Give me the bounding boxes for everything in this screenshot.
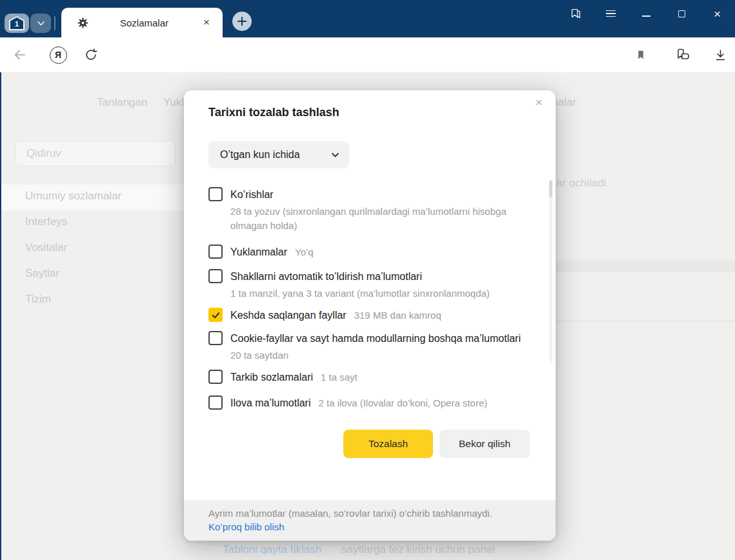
tab-counter-dropdown[interactable] xyxy=(30,14,51,33)
collections-icon xyxy=(675,47,690,63)
back-arrow-icon xyxy=(13,48,27,62)
clear-history-dialog: × Tarixni tozalab tashlash O’tgan kun ic… xyxy=(184,90,556,541)
menu-button[interactable] xyxy=(593,0,629,27)
item-subtext: 20 ta saytdan xyxy=(230,348,529,363)
maximize-icon xyxy=(678,10,685,17)
item-label: Ko’rishlar xyxy=(230,186,274,203)
checkbox[interactable] xyxy=(208,395,223,410)
bg-tabloni-link[interactable]: Tabloni qayta tiklash xyxy=(223,543,321,556)
bg-tabloni-desc: saytlarga tez kirish uchun panel xyxy=(341,543,495,556)
yandex-home-button[interactable]: Я xyxy=(48,37,68,72)
dialog-footer: Ayrim ma’lumotlar (masalan, so’rovlar ta… xyxy=(184,500,556,541)
item-label: Yuklanmalar xyxy=(230,244,287,261)
titlebar-separator xyxy=(54,16,55,30)
checkbox[interactable] xyxy=(208,331,223,345)
sidebar-item-umumiy-sozlamalar[interactable]: Umumiy sozlamalar xyxy=(25,190,121,203)
history-item-tarkib[interactable]: Tarkib sozlamalari 1 ta sayt xyxy=(208,369,530,386)
item-inline-detail: 2 ta ilova (Ilovalar do’koni, Opera stor… xyxy=(318,395,487,412)
dialog-actions: Tozalash Bekor qilish xyxy=(208,430,530,458)
footer-note: Ayrim ma’lumotlar (masalan, so’rovlar ta… xyxy=(208,506,531,520)
sidebar-item-tizim[interactable]: Tizim xyxy=(25,293,51,306)
tab-title: Sozlamalar xyxy=(89,17,199,28)
period-select[interactable]: O’tgan kun ichida xyxy=(208,141,349,168)
yandex-icon: Я xyxy=(50,46,67,64)
learn-more-link[interactable]: Ko’proq bilib olish xyxy=(208,520,285,534)
period-selected-value: O’tgan kun ichida xyxy=(220,149,332,161)
bg-tab-yuklanmalar-partial[interactable]: Yukl xyxy=(163,96,184,109)
gear-icon xyxy=(77,17,89,29)
hamburger-icon xyxy=(606,10,616,17)
reload-icon xyxy=(84,48,98,62)
close-window-button[interactable]: × xyxy=(700,0,735,27)
clear-button[interactable]: Tozalash xyxy=(343,430,433,458)
item-label: Keshda saqlangan fayllar xyxy=(230,307,347,324)
plus-icon xyxy=(237,17,247,26)
maximize-button[interactable] xyxy=(664,0,700,27)
item-inline-detail: 319 MB dan kamroq xyxy=(354,307,441,324)
minimize-icon xyxy=(642,15,650,17)
close-icon: × xyxy=(714,8,721,20)
sidebar-item-interfeys[interactable]: Interfeys xyxy=(25,215,67,228)
sidebar-item-vositalar[interactable]: Vositalar xyxy=(25,241,67,254)
dialog-scrollbar-thumb[interactable] xyxy=(549,181,552,197)
checkbox[interactable] xyxy=(208,370,223,384)
history-item-shakllar[interactable]: Shakllarni avtomatik to’ldirish ma’lumot… xyxy=(208,268,530,285)
item-label: Shakllarni avtomatik to’ldirish ma’lumot… xyxy=(230,268,422,285)
tab-close-icon[interactable]: × xyxy=(199,16,214,29)
toolbar: Я Y settings Sozlamalar xyxy=(0,37,735,72)
item-label: Tarkib sozlamalari xyxy=(230,369,313,386)
item-inline-detail: 1 ta sayt xyxy=(321,369,357,386)
tab-counter-badge[interactable]: 1 xyxy=(5,14,29,33)
window-controls: × xyxy=(558,0,735,27)
cancel-button[interactable]: Bekor qilish xyxy=(439,430,530,458)
collections-button[interactable] xyxy=(672,37,693,72)
dialog-scrollbar-track[interactable] xyxy=(549,179,552,363)
history-item-korishlar[interactable]: Ko’rishlar xyxy=(208,186,530,203)
bookmark-flag-icon xyxy=(635,48,647,61)
sidebar-item-saytlar[interactable]: Saytlar xyxy=(25,267,59,280)
checkbox[interactable] xyxy=(208,187,223,201)
minimize-button[interactable] xyxy=(629,0,664,27)
item-label: Ilova ma’lumotlari xyxy=(230,395,310,412)
item-subtext: 28 ta yozuv (sinxronlangan qurilmalardag… xyxy=(230,205,529,233)
sidebar-panel-button[interactable] xyxy=(558,0,593,27)
item-subtext: 1 ta manzil, yana 3 ta variant (ma’lumot… xyxy=(230,286,529,301)
dialog-close-icon[interactable]: × xyxy=(531,95,547,110)
titlebar: 1 Sozlamalar × xyxy=(0,0,735,37)
search-placeholder: Qidiruv xyxy=(26,147,61,160)
tab-sozlamalar[interactable]: Sozlamalar × xyxy=(61,8,223,37)
settings-search-input[interactable]: Qidiruv xyxy=(15,141,176,166)
bookmark-button[interactable] xyxy=(632,37,649,72)
checkbox[interactable] xyxy=(208,308,223,322)
checkbox[interactable] xyxy=(208,245,223,259)
item-inline-detail: Yo’q xyxy=(295,244,314,261)
chevron-down-icon xyxy=(37,21,45,26)
back-button[interactable] xyxy=(10,37,30,72)
bg-tab-tanlangan[interactable]: Tanlangan xyxy=(97,96,147,109)
new-tab-button[interactable] xyxy=(232,12,252,31)
dialog-title: Tarixni tozalab tashlash xyxy=(208,106,530,119)
history-item-cookie[interactable]: Cookie-fayllar va sayt hamda modullarnin… xyxy=(208,330,530,347)
bookmarks-panel-icon xyxy=(569,6,583,21)
item-label: Cookie-fayllar va sayt hamda modullarnin… xyxy=(230,330,521,347)
chevron-down-icon xyxy=(332,153,339,157)
tab-counter-pentagon-icon: 1 xyxy=(9,16,25,30)
tab-counter-control[interactable]: 1 xyxy=(5,14,51,33)
history-item-ilova[interactable]: Ilova ma’lumotlari 2 ta ilova (Ilovalar … xyxy=(208,395,530,412)
tab-count: 1 xyxy=(10,17,23,29)
checkbox[interactable] xyxy=(208,269,223,283)
history-item-kesh[interactable]: Keshda saqlangan fayllar 319 MB dan kamr… xyxy=(208,307,530,324)
check-icon xyxy=(211,310,221,320)
downloads-button[interactable] xyxy=(710,37,730,72)
reload-button[interactable] xyxy=(81,37,101,72)
download-icon xyxy=(714,48,727,62)
history-item-yuklanmalar[interactable]: Yuklanmalar Yo’q xyxy=(208,244,530,261)
